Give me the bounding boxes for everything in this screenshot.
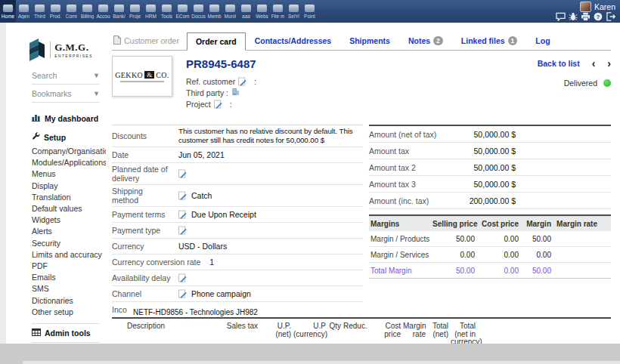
menu-item-icon: [98, 5, 108, 12]
sidebar-link[interactable]: Security: [32, 238, 100, 249]
menubar-item[interactable]: Point: [302, 0, 318, 23]
menubar-item[interactable]: Agen: [16, 0, 32, 23]
help-icon[interactable]: ?: [594, 12, 603, 21]
logo-title: G.M.G.: [54, 42, 93, 54]
column-header: Cost price: [367, 322, 403, 338]
thirdparty-logo[interactable]: GEKKO & CO.: [112, 56, 172, 97]
print-icon[interactable]: [581, 12, 591, 21]
menu-item-icon: [3, 5, 13, 12]
logo-subtitle: ENTERPRISES: [54, 54, 93, 58]
logout-icon[interactable]: [606, 12, 615, 21]
tab[interactable]: Order card: [187, 32, 246, 51]
menubar-item[interactable]: Webs: [254, 0, 270, 23]
menubar-item[interactable]: HRM: [143, 0, 159, 23]
menubar-item[interactable]: Tools: [159, 0, 175, 23]
sidebar-link[interactable]: Default values: [32, 203, 100, 214]
margin-row: Total Margin 50.00 0.00 50.00: [369, 263, 611, 279]
menubar-item[interactable]: aaa: [238, 0, 254, 23]
sidebar-item-dashboard[interactable]: My dashboard: [32, 113, 100, 123]
column-header: Reduc.: [343, 322, 367, 331]
edit-icon[interactable]: [178, 191, 187, 200]
sidebar-link[interactable]: PDF: [32, 261, 100, 272]
edit-icon[interactable]: [238, 77, 246, 86]
field-value: Jun 05, 2021: [178, 150, 225, 159]
sidebar-link[interactable]: SMS: [32, 283, 100, 295]
field-row: Date Jun 05, 2021: [112, 147, 363, 163]
bug-icon[interactable]: [569, 12, 578, 21]
menu-item-icon: [289, 5, 299, 12]
sidebar-section-admin-tools[interactable]: Admin tools: [32, 323, 100, 343]
menu-item-icon: [241, 5, 251, 12]
tab-badge: 2: [433, 36, 443, 45]
chevron-down-icon: ▼: [93, 72, 100, 79]
field-row: Inco NETF-HD9856 - Technologies JH982: [112, 302, 363, 318]
bookmarks-dropdown[interactable]: Bookmarks ▼: [32, 85, 100, 103]
prev-arrow[interactable]: ‹: [592, 60, 596, 67]
left-rail: [0, 23, 6, 344]
field-value: Catch: [191, 191, 212, 200]
amount-row: Amount tax 2 50,000.00 $: [369, 159, 611, 176]
field-row: Payment terms Due Upon Receipt: [112, 207, 363, 223]
next-arrow[interactable]: ›: [607, 60, 611, 67]
menubar-item[interactable]: Accou: [95, 0, 111, 23]
menubar-item[interactable]: Billing: [79, 0, 95, 23]
edit-icon[interactable]: [178, 273, 187, 282]
tab[interactable]: Shipments: [340, 32, 399, 50]
amount-value: 50,000.00 $: [466, 147, 516, 156]
sidebar-link[interactable]: Alerts: [32, 226, 100, 237]
tab[interactable]: Linked files 1: [452, 32, 527, 50]
menubar-item[interactable]: Bank/: [111, 0, 127, 23]
tab[interactable]: Notes 2: [399, 32, 452, 50]
project-row: Project :: [186, 98, 256, 110]
back-to-list-link[interactable]: Back to list: [538, 59, 580, 68]
sidebar-link[interactable]: Translation: [32, 192, 100, 203]
menubar-item[interactable]: SelYi: [286, 0, 302, 23]
tab-badge: 1: [508, 36, 518, 45]
wrench-icon: [32, 132, 40, 142]
sidebar-link[interactable]: Company/Organisation: [32, 146, 100, 157]
edit-icon[interactable]: [178, 210, 187, 219]
user-avatar[interactable]: [580, 2, 591, 12]
edit-icon[interactable]: [178, 226, 187, 235]
page-title: PR8945-6487: [186, 57, 256, 70]
sidebar-link[interactable]: Modules/Applications: [32, 157, 100, 168]
sidebar-section-setup[interactable]: Setup: [32, 132, 100, 142]
menu-item-icon: [162, 5, 172, 12]
tab[interactable]: Log: [526, 32, 559, 50]
menu-item-icon: [82, 5, 92, 12]
search-dropdown[interactable]: Search ▼: [32, 66, 100, 85]
user-area: Karen ?: [556, 0, 620, 23]
column-header: U.P. (net): [260, 322, 293, 338]
sidebar-link[interactable]: Limits and accuracy: [32, 249, 100, 261]
sidebar-link[interactable]: Widgets: [32, 214, 100, 226]
thirdparty-icon[interactable]: [231, 88, 240, 97]
sidebar-link[interactable]: Dictionaries: [32, 295, 100, 307]
menubar-item[interactable]: Memb: [206, 0, 222, 23]
edit-icon[interactable]: [178, 289, 187, 298]
chat-icon[interactable]: [556, 12, 566, 21]
menubar-item[interactable]: Home: [0, 0, 16, 23]
dashboard-icon: [32, 113, 41, 123]
sidebar-link[interactable]: Other setup: [32, 307, 100, 318]
edit-icon[interactable]: [178, 169, 187, 178]
menubar-item[interactable]: Comr: [64, 0, 79, 23]
menu-item-icon: [130, 5, 140, 12]
menu-item-icon: [35, 5, 45, 12]
menubar-item[interactable]: File m: [270, 0, 286, 23]
menubar-item[interactable]: ECom: [175, 0, 191, 23]
search-label: Search: [32, 71, 57, 80]
edit-icon[interactable]: [214, 100, 222, 109]
menubar-item[interactable]: Proje: [127, 0, 143, 23]
menubar-item[interactable]: Third: [32, 0, 48, 23]
menu-item-icon: [114, 5, 124, 12]
sidebar-link[interactable]: Menus: [32, 168, 100, 180]
menubar-item[interactable]: Monit: [222, 0, 238, 23]
sidebar-link[interactable]: Display: [32, 180, 100, 192]
tab[interactable]: Contacts/Addresses: [246, 32, 341, 50]
menu-item-icon: [19, 5, 29, 12]
menubar-item[interactable]: Docus: [191, 0, 206, 23]
sidebar-link[interactable]: Emails: [32, 272, 100, 283]
tabs-bar: Customer order Order card Contacts/Addre…: [112, 32, 611, 51]
menubar-item[interactable]: Prod.: [48, 0, 64, 23]
bottom-scrollbar[interactable]: [23, 361, 620, 364]
